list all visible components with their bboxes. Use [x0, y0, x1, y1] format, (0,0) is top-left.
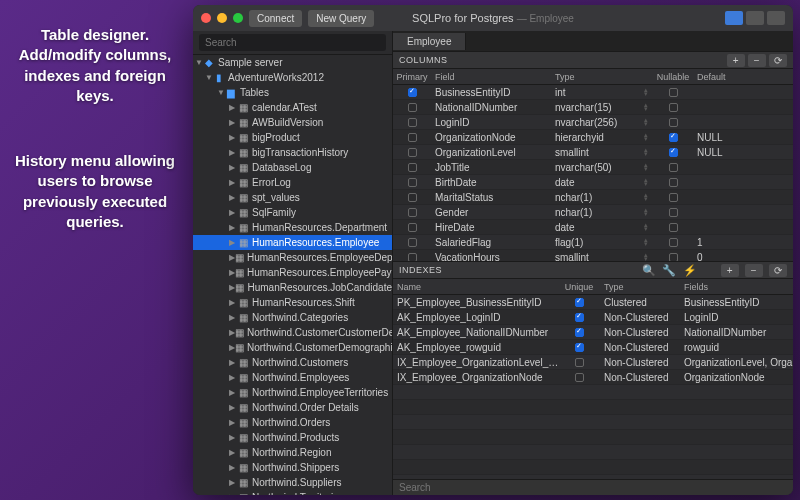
primary-checkbox[interactable] — [408, 178, 417, 187]
nullable-checkbox[interactable] — [669, 118, 678, 127]
table-node[interactable]: ▦Northwind.Categories — [193, 310, 392, 325]
index-row[interactable]: AK_Employee_NationalIDNumber Non-Cluster… — [393, 325, 793, 340]
primary-checkbox[interactable] — [408, 208, 417, 217]
table-node[interactable]: ▦Northwind.EmployeeTerritories — [193, 385, 392, 400]
bolt-icon[interactable]: ⚡ — [683, 264, 698, 277]
wrench-icon[interactable]: 🔧 — [662, 264, 677, 277]
unique-checkbox[interactable] — [575, 298, 584, 307]
column-row[interactable]: Gender nchar(1) ▴▾ — [393, 205, 793, 220]
connect-button[interactable]: Connect — [249, 10, 302, 27]
column-row[interactable]: VacationHours smallint ▴▾ 0 — [393, 250, 793, 261]
remove-index-button[interactable]: − — [745, 264, 763, 277]
primary-checkbox[interactable] — [408, 253, 417, 262]
unique-checkbox[interactable] — [575, 313, 584, 322]
table-node[interactable]: ▦Northwind.Territories — [193, 490, 392, 495]
primary-checkbox[interactable] — [408, 238, 417, 247]
nullable-checkbox[interactable] — [669, 178, 678, 187]
primary-checkbox[interactable] — [408, 88, 417, 97]
nullable-checkbox[interactable] — [669, 238, 678, 247]
minimize-icon[interactable] — [217, 13, 227, 23]
table-node[interactable]: ▦HumanResources.Department — [193, 220, 392, 235]
refresh-indexes-button[interactable]: ⟳ — [769, 264, 787, 277]
nullable-checkbox[interactable] — [669, 208, 678, 217]
table-node[interactable]: ▦bigProduct — [193, 130, 392, 145]
table-node[interactable]: ▦SqlFamily — [193, 205, 392, 220]
add-column-button[interactable]: + — [727, 54, 745, 67]
indexes-grid[interactable]: PK_Employee_BusinessEntityID Clustered B… — [393, 295, 793, 479]
new-query-button[interactable]: New Query — [308, 10, 374, 27]
indexes-search-input[interactable] — [399, 482, 787, 493]
type-stepper-icon[interactable]: ▴▾ — [644, 103, 648, 111]
column-row[interactable]: OrganizationNode hierarchyid ▴▾ NULL — [393, 130, 793, 145]
column-row[interactable]: SalariedFlag flag(1) ▴▾ 1 — [393, 235, 793, 250]
primary-checkbox[interactable] — [408, 163, 417, 172]
server-node[interactable]: ◆Sample server — [193, 55, 392, 70]
layout-option-3[interactable] — [767, 11, 785, 25]
unique-checkbox[interactable] — [575, 373, 584, 382]
column-row[interactable]: MaritalStatus nchar(1) ▴▾ — [393, 190, 793, 205]
table-node[interactable]: ▦HumanResources.JobCandidate — [193, 280, 392, 295]
table-node[interactable]: ▦ErrorLog — [193, 175, 392, 190]
column-row[interactable]: BusinessEntityID int ▴▾ — [393, 85, 793, 100]
primary-checkbox[interactable] — [408, 148, 417, 157]
nullable-checkbox[interactable] — [669, 193, 678, 202]
type-stepper-icon[interactable]: ▴▾ — [644, 133, 648, 141]
table-node[interactable]: ▦calendar.ATest — [193, 100, 392, 115]
table-node[interactable]: ▦Northwind.Customers — [193, 355, 392, 370]
type-stepper-icon[interactable]: ▴▾ — [644, 223, 648, 231]
primary-checkbox[interactable] — [408, 118, 417, 127]
table-node[interactable]: ▦DatabaseLog — [193, 160, 392, 175]
type-stepper-icon[interactable]: ▴▾ — [644, 238, 648, 246]
table-node[interactable]: ▦HumanResources.EmployeeDepartmentH — [193, 250, 392, 265]
index-row[interactable]: AK_Employee_rowguid Non-Clustered rowgui… — [393, 340, 793, 355]
database-node[interactable]: ▮AdventureWorks2012 — [193, 70, 392, 85]
remove-column-button[interactable]: − — [748, 54, 766, 67]
search-icon[interactable]: 🔍 — [642, 264, 657, 277]
type-stepper-icon[interactable]: ▴▾ — [644, 88, 648, 96]
table-node[interactable]: ▦AWBuildVersion — [193, 115, 392, 130]
type-stepper-icon[interactable]: ▴▾ — [644, 253, 648, 261]
layout-option-2[interactable] — [746, 11, 764, 25]
primary-checkbox[interactable] — [408, 133, 417, 142]
index-row[interactable]: AK_Employee_LoginID Non-Clustered LoginI… — [393, 310, 793, 325]
table-node[interactable]: ▦HumanResources.Shift — [193, 295, 392, 310]
type-stepper-icon[interactable]: ▴▾ — [644, 193, 648, 201]
close-icon[interactable] — [201, 13, 211, 23]
table-node[interactable]: ▦Northwind.Shippers — [193, 460, 392, 475]
table-node[interactable]: ▦Northwind.CustomerCustomerDemo — [193, 325, 392, 340]
table-node[interactable]: ▦Northwind.Employees — [193, 370, 392, 385]
index-row[interactable]: IX_Employee_OrganizationLevel_… Non-Clus… — [393, 355, 793, 370]
table-node[interactable]: ▦Northwind.Products — [193, 430, 392, 445]
nullable-checkbox[interactable] — [669, 223, 678, 232]
table-node[interactable]: ▦Northwind.Region — [193, 445, 392, 460]
add-index-button[interactable]: + — [721, 264, 739, 277]
tables-folder[interactable]: ▆Tables — [193, 85, 392, 100]
column-row[interactable]: NationalIDNumber nvarchar(15) ▴▾ — [393, 100, 793, 115]
type-stepper-icon[interactable]: ▴▾ — [644, 163, 648, 171]
nullable-checkbox[interactable] — [669, 88, 678, 97]
column-row[interactable]: OrganizationLevel smallint ▴▾ NULL — [393, 145, 793, 160]
nullable-checkbox[interactable] — [669, 133, 678, 142]
table-node[interactable]: ▦HumanResources.EmployeePayHistory — [193, 265, 392, 280]
columns-grid[interactable]: BusinessEntityID int ▴▾ NationalIDNumber… — [393, 85, 793, 261]
unique-checkbox[interactable] — [575, 328, 584, 337]
primary-checkbox[interactable] — [408, 193, 417, 202]
primary-checkbox[interactable] — [408, 223, 417, 232]
nullable-checkbox[interactable] — [669, 163, 678, 172]
table-node[interactable]: ▦Northwind.Order Details — [193, 400, 392, 415]
table-node[interactable]: ▦bigTransactionHistory — [193, 145, 392, 160]
sidebar-search-input[interactable] — [199, 34, 386, 51]
refresh-columns-button[interactable]: ⟳ — [769, 54, 787, 67]
index-row[interactable]: PK_Employee_BusinessEntityID Clustered B… — [393, 295, 793, 310]
layout-option-1[interactable] — [725, 11, 743, 25]
column-row[interactable]: JobTitle nvarchar(50) ▴▾ — [393, 160, 793, 175]
nullable-checkbox[interactable] — [669, 148, 678, 157]
tab-employee[interactable]: Employee — [393, 33, 466, 50]
zoom-icon[interactable] — [233, 13, 243, 23]
table-node[interactable]: ▦HumanResources.Employee — [193, 235, 392, 250]
column-row[interactable]: BirthDate date ▴▾ — [393, 175, 793, 190]
table-node[interactable]: ▦Northwind.Suppliers — [193, 475, 392, 490]
table-node[interactable]: ▦Northwind.Orders — [193, 415, 392, 430]
nullable-checkbox[interactable] — [669, 103, 678, 112]
column-row[interactable]: LoginID nvarchar(256) ▴▾ — [393, 115, 793, 130]
